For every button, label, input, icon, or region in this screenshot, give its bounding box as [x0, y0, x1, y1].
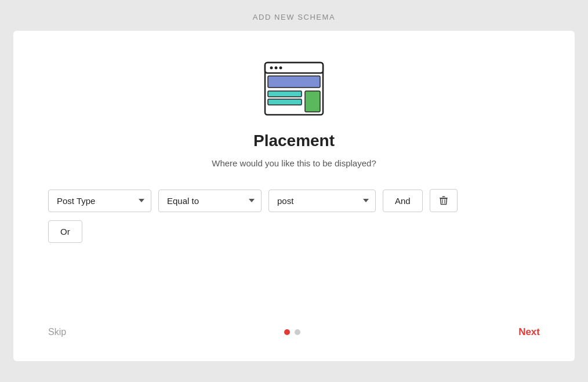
- svg-rect-1: [265, 63, 323, 73]
- svg-point-2: [270, 67, 273, 70]
- or-row: Or: [48, 220, 540, 243]
- post-value-select-wrapper: post page attachment: [268, 190, 376, 212]
- svg-point-4: [280, 67, 282, 70]
- post-value-select[interactable]: post page attachment: [268, 190, 376, 212]
- skip-button[interactable]: Skip: [48, 327, 66, 337]
- placement-illustration: [262, 60, 326, 118]
- equal-to-select-wrapper: Equal to Not equal to Contains: [158, 190, 262, 212]
- svg-rect-8: [305, 91, 320, 112]
- modal-title: Placement: [253, 132, 335, 150]
- trash-icon: [438, 195, 449, 206]
- and-button[interactable]: And: [383, 190, 423, 212]
- svg-point-3: [275, 67, 278, 70]
- svg-rect-7: [268, 99, 302, 105]
- modal-container: Placement Where would you like this to b…: [13, 31, 575, 361]
- rule-row: Post Type Page Type Category Tag Equal t…: [48, 189, 540, 212]
- post-type-select-wrapper: Post Type Page Type Category Tag: [48, 190, 151, 212]
- modal-footer: Skip Next: [48, 303, 540, 338]
- next-button[interactable]: Next: [518, 326, 540, 338]
- post-type-select[interactable]: Post Type Page Type Category Tag: [48, 190, 151, 212]
- pagination-dot-2: [295, 329, 300, 335]
- svg-rect-6: [268, 91, 302, 97]
- delete-button[interactable]: [430, 189, 458, 212]
- pagination-dot-1: [284, 329, 290, 335]
- or-button[interactable]: Or: [48, 220, 82, 243]
- svg-rect-5: [268, 76, 320, 88]
- equal-to-select[interactable]: Equal to Not equal to Contains: [158, 190, 262, 212]
- page-header: ADD NEW SCHEMA: [0, 0, 588, 31]
- modal-subtitle: Where would you like this to be displaye…: [212, 158, 376, 168]
- pagination: [284, 329, 300, 335]
- svg-rect-10: [442, 197, 445, 198]
